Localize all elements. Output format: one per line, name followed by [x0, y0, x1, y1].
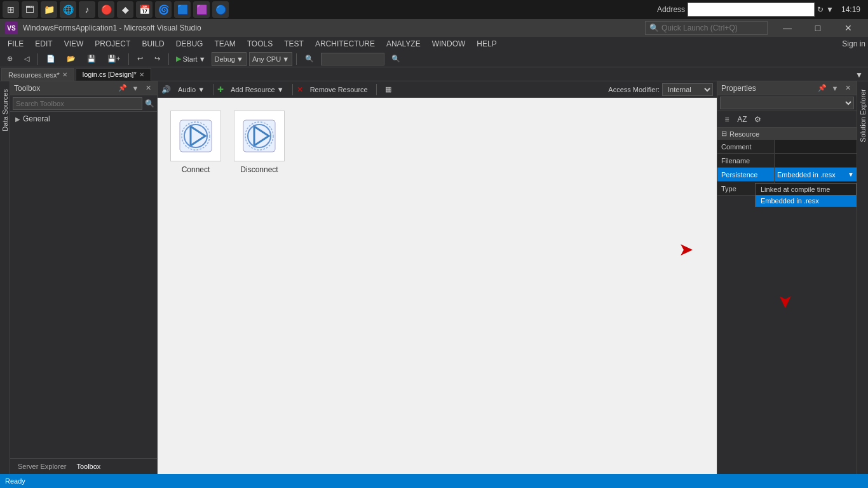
properties-object-select[interactable]: [720, 97, 854, 109]
dropdown-option-embedded[interactable]: Embedded in .resx: [756, 195, 856, 207]
address-input[interactable]: [688, 3, 815, 17]
audio-dropdown-icon: ▼: [198, 86, 205, 93]
toolbox-general-section[interactable]: ▶ General: [10, 112, 157, 126]
start-button[interactable]: ⊞: [3, 1, 19, 18]
menu-help[interactable]: HELP: [471, 38, 501, 50]
menu-team[interactable]: TEAM: [209, 38, 240, 50]
tab-login-design-close[interactable]: ✕: [139, 71, 144, 78]
titlebar: VS WindowsFormsApplication1 - Microsoft …: [0, 19, 868, 37]
view-toggle-button[interactable]: ▦: [381, 83, 396, 97]
new-project-button[interactable]: 📄: [42, 52, 60, 66]
toolbox-dropdown-button[interactable]: ▼: [130, 83, 140, 93]
save-all-button[interactable]: 💾+: [103, 52, 125, 66]
add-resource-button[interactable]: Add Resource ▼: [226, 83, 288, 97]
properties-close-button[interactable]: ✕: [843, 83, 853, 93]
toolbox-close-button[interactable]: ✕: [143, 83, 153, 93]
menu-project[interactable]: PROJECT: [90, 38, 135, 50]
start-dropdown-arrow[interactable]: ▼: [199, 55, 206, 63]
toolbox-tab[interactable]: Toolbox: [74, 461, 103, 471]
close-button[interactable]: ✕: [834, 19, 863, 37]
save-button[interactable]: 💾: [83, 52, 100, 66]
tabs-dropdown-arrow[interactable]: ▼: [851, 69, 867, 81]
forward-button[interactable]: ◁: [20, 52, 34, 66]
props-section-header: ⊟ Resource: [717, 128, 857, 140]
props-val-comment[interactable]: [775, 140, 857, 153]
properties-dropdown-button[interactable]: ▼: [830, 83, 840, 93]
resource-item-connect[interactable]: Connect: [170, 111, 221, 174]
maximize-button[interactable]: □: [803, 19, 832, 37]
tb-icon-6[interactable]: ◆: [117, 1, 133, 18]
toolbox-pin-button[interactable]: 📌: [118, 83, 128, 93]
minimize-button[interactable]: —: [773, 19, 802, 37]
status-text: Ready: [5, 477, 25, 485]
menu-build[interactable]: BUILD: [137, 38, 169, 50]
access-modifier-select[interactable]: Internal Public: [662, 83, 713, 96]
search-toolbar-input[interactable]: [321, 53, 384, 65]
props-collapse-icon[interactable]: ⊟: [721, 130, 727, 138]
props-alphabetical-button[interactable]: AZ: [735, 112, 749, 126]
add-resource-label: Add Resource: [231, 86, 275, 93]
menu-view[interactable]: VIEW: [59, 38, 89, 50]
tb-icon-7[interactable]: 📅: [136, 1, 153, 18]
tab-resources-close[interactable]: ✕: [62, 71, 67, 78]
find-button[interactable]: 🔍: [387, 52, 405, 66]
open-button[interactable]: 📂: [62, 52, 80, 66]
resource-item-disconnect[interactable]: Disconnect: [234, 111, 285, 174]
menu-edit[interactable]: EDIT: [30, 38, 57, 50]
resource-disconnect-label: Disconnect: [240, 165, 278, 174]
tb-icon-11[interactable]: 🔵: [212, 1, 229, 18]
back-button[interactable]: ⊕: [3, 52, 17, 66]
tb-icon-10[interactable]: 🟪: [193, 1, 210, 18]
menu-window[interactable]: WINDOW: [427, 38, 471, 50]
quick-launch-search[interactable]: 🔍: [645, 21, 768, 35]
nav-arrow[interactable]: ▼: [826, 5, 834, 14]
tab-resources[interactable]: Resources.resx* ✕: [1, 68, 74, 81]
tabs-row: Resources.resx* ✕ login.cs [Design]* ✕ ▼: [0, 67, 868, 81]
props-key-filename: Filename: [717, 154, 775, 167]
menu-file[interactable]: FILE: [3, 38, 29, 50]
props-row-persistence[interactable]: Persistence Embedded in .resx ▼: [717, 168, 857, 182]
tab-login-design[interactable]: login.cs [Design]* ✕: [76, 68, 151, 81]
vs-logo: VS: [5, 22, 18, 34]
menu-tools[interactable]: TOOLS: [242, 38, 278, 50]
cpu-dropdown[interactable]: Any CPU ▼: [249, 52, 292, 66]
remove-resource-button[interactable]: Remove Resource: [306, 83, 372, 97]
props-val-persistence[interactable]: Embedded in .resx ▼: [775, 168, 857, 181]
props-val-filename[interactable]: [775, 154, 857, 167]
server-explorer-tab[interactable]: Server Explorer: [15, 461, 69, 471]
tb-icon-2[interactable]: 📁: [41, 1, 57, 18]
tb-icon-3[interactable]: 🌐: [60, 1, 76, 18]
debug-dropdown[interactable]: Debug ▼: [212, 52, 247, 66]
tb-icon-1[interactable]: 🗔: [22, 1, 38, 18]
redo-button[interactable]: ↪: [150, 52, 165, 66]
audio-button[interactable]: Audio ▼: [173, 83, 209, 97]
resource-icon-connect: [170, 111, 221, 161]
access-modifier-area: Access Modifier: Internal Public: [608, 83, 713, 96]
menu-analyze[interactable]: ANALYZE: [381, 38, 426, 50]
props-properties-button[interactable]: ⚙: [750, 112, 764, 126]
data-sources-label[interactable]: Data Sources: [1, 84, 9, 137]
tb-icon-4[interactable]: ♪: [79, 1, 95, 18]
menu-test[interactable]: TEST: [279, 38, 309, 50]
main-toolbar: ⊕ ◁ 📄 📂 💾 💾+ ↩ ↪ ▶ Start ▼ Debug ▼ Any C…: [0, 51, 868, 67]
cpu-arrow: ▼: [282, 55, 289, 63]
search-button[interactable]: 🔍: [301, 52, 318, 66]
props-categorized-button[interactable]: ≡: [720, 112, 734, 126]
tb-icon-9[interactable]: 🟦: [174, 1, 191, 18]
properties-pin-button[interactable]: 📌: [817, 83, 827, 93]
undo-button[interactable]: ↩: [133, 52, 147, 66]
menubar-right: Sign in: [842, 39, 865, 48]
tb-icon-5[interactable]: 🔴: [98, 1, 114, 18]
solution-explorer-label[interactable]: Solution Explorer: [859, 84, 867, 147]
dropdown-option-linked[interactable]: Linked at compile time: [756, 184, 856, 195]
menu-debug[interactable]: DEBUG: [171, 38, 208, 50]
debug-label: Debug: [215, 55, 235, 63]
quick-launch-input[interactable]: [661, 24, 763, 32]
menu-architecture[interactable]: ARCHITECTURE: [310, 38, 380, 50]
sign-in-button[interactable]: Sign in: [842, 39, 865, 48]
tb-icon-8[interactable]: 🌀: [155, 1, 172, 18]
toolbox-search-input[interactable]: [13, 97, 142, 110]
start-button[interactable]: ▶ Start ▼: [173, 52, 208, 66]
refresh-icon[interactable]: ↻: [817, 5, 824, 14]
persistence-dropdown-arrow[interactable]: ▼: [848, 171, 854, 178]
